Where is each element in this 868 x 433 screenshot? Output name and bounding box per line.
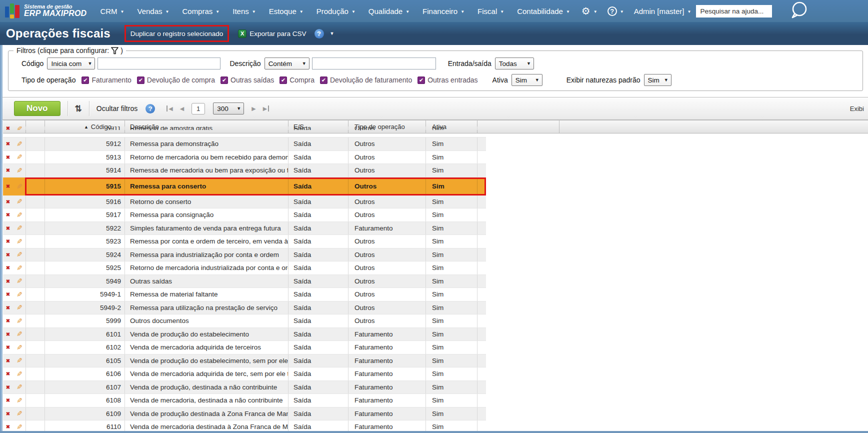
previous-page-button[interactable]: ◀ bbox=[180, 106, 184, 112]
filter-funnel-icon[interactable] bbox=[111, 47, 118, 54]
delete-row-button[interactable]: ✖ bbox=[3, 394, 13, 407]
topbar-menu[interactable]: CRM ▼ bbox=[100, 7, 124, 16]
table-row[interactable]: ✖ ✎ 5912 Remessa para demonstração Saída… bbox=[3, 138, 486, 151]
edit-row-button[interactable]: ✎ bbox=[13, 368, 26, 380]
help-icon[interactable]: ? bbox=[146, 104, 155, 114]
tipo-operacao-checkbox[interactable]: ✔ Outras saídas bbox=[220, 76, 274, 84]
topbar-menu[interactable]: Vendas ▼ bbox=[137, 7, 169, 16]
delete-row-button[interactable]: ✖ bbox=[3, 151, 13, 164]
brand-logo[interactable]: Sistema de gestão ERP MAXIPROD bbox=[0, 4, 94, 18]
page-size-select[interactable]: 300 ▼ bbox=[213, 102, 244, 114]
edit-row-button[interactable]: ✎ bbox=[13, 196, 26, 208]
topbar-menu[interactable]: Itens ▼ bbox=[232, 7, 256, 16]
delete-row-button[interactable]: ✖ bbox=[3, 126, 13, 130]
delete-row-button[interactable]: ✖ bbox=[3, 138, 13, 150]
table-row[interactable]: ✖ ✎ 5924 Remessa para industrialização p… bbox=[3, 248, 486, 262]
edit-row-button[interactable]: ✎ bbox=[13, 126, 26, 130]
tipo-operacao-checkbox[interactable]: ✔ Devolução de compra bbox=[137, 76, 215, 84]
delete-row-button[interactable]: ✖ bbox=[3, 208, 13, 222]
hide-filters-button[interactable]: Ocultar filtros bbox=[96, 104, 138, 112]
table-row[interactable]: ✖ ✎ 6105 Venda de produção do estabeleci… bbox=[3, 354, 486, 368]
table-row[interactable]: ✖ ✎ 6109 Venda de produção destinada à Z… bbox=[3, 408, 486, 421]
delete-row-button[interactable]: ✖ bbox=[3, 381, 13, 394]
table-row[interactable]: ✖ ✎ 6102 Venda de mercadoria adquirida d… bbox=[3, 341, 486, 354]
checkbox-checked-icon[interactable]: ✔ bbox=[320, 76, 328, 84]
edit-row-button[interactable]: ✎ bbox=[13, 235, 26, 248]
topbar-menu[interactable]: Fiscal ▼ bbox=[478, 7, 504, 16]
topbar-menu[interactable]: Contabilidade ▼ bbox=[517, 7, 570, 16]
edit-row-button[interactable]: ✎ bbox=[13, 302, 26, 314]
topbar-menu[interactable]: Financeiro ▼ bbox=[422, 7, 464, 16]
delete-row-button[interactable]: ✖ bbox=[3, 196, 13, 208]
tipo-operacao-checkbox[interactable]: ✔ Devolução de faturamento bbox=[320, 76, 412, 84]
filters-legend[interactable]: Filtros (clique para configurar: ) bbox=[14, 46, 126, 54]
duplicate-record-button[interactable]: Duplicar o registro selecionado bbox=[130, 30, 223, 38]
edit-row-button[interactable]: ✎ bbox=[13, 178, 26, 196]
descricao-operator-select[interactable]: Contém ▼ bbox=[264, 58, 310, 70]
table-row[interactable]: ✖ ✎ 5911 Remessa de amostra grátis Saída… bbox=[3, 134, 486, 138]
table-row[interactable]: ✖ ✎ 5949 Outras saídas Saída Outros Sim bbox=[3, 275, 486, 288]
delete-row-button[interactable]: ✖ bbox=[3, 275, 13, 288]
checkbox-checked-icon[interactable]: ✔ bbox=[137, 76, 144, 84]
edit-row-button[interactable]: ✎ bbox=[13, 222, 26, 235]
table-row[interactable]: ✖ ✎ 6101 Venda de produção do estabeleci… bbox=[3, 328, 486, 342]
delete-row-button[interactable]: ✖ bbox=[3, 222, 13, 235]
table-row[interactable]: ✖ ✎ 5949-2 Remessa para utilização na pr… bbox=[3, 302, 486, 315]
refresh-icon[interactable]: ⇅ bbox=[75, 104, 82, 114]
last-page-button[interactable]: ▶ bbox=[263, 106, 269, 112]
table-row[interactable]: ✖ ✎ 5922 Simples faturamento de venda pa… bbox=[3, 222, 486, 236]
checkbox-checked-icon[interactable]: ✔ bbox=[418, 76, 425, 84]
table-row[interactable]: ✖ ✎ 5915 Remessa para conserto Saída Out… bbox=[3, 178, 486, 196]
delete-row-button[interactable]: ✖ bbox=[3, 262, 13, 274]
chevron-down-icon[interactable]: ▼ bbox=[330, 31, 334, 36]
help-search-input[interactable] bbox=[696, 5, 772, 18]
delete-row-button[interactable]: ✖ bbox=[3, 248, 13, 262]
next-page-button[interactable]: ▶ bbox=[252, 106, 256, 112]
descricao-filter-input[interactable] bbox=[312, 58, 436, 70]
checkbox-checked-icon[interactable]: ✔ bbox=[280, 76, 287, 84]
delete-row-button[interactable]: ✖ bbox=[3, 235, 13, 248]
edit-row-button[interactable]: ✎ bbox=[13, 164, 26, 177]
edit-row-button[interactable]: ✎ bbox=[13, 354, 26, 368]
user-menu[interactable]: Admin [master] ▼ bbox=[634, 7, 692, 16]
delete-row-button[interactable]: ✖ bbox=[3, 368, 13, 380]
table-row[interactable]: ✖ ✎ 6108 Venda de mercadoria, destinada … bbox=[3, 394, 486, 408]
first-page-button[interactable]: ◀ bbox=[166, 106, 172, 112]
delete-row-button[interactable]: ✖ bbox=[3, 164, 13, 177]
edit-row-button[interactable]: ✎ bbox=[13, 138, 26, 150]
export-csv-button[interactable]: X Exportar para CSV bbox=[238, 30, 306, 38]
edit-row-button[interactable]: ✎ bbox=[13, 288, 26, 301]
edit-row-button[interactable]: ✎ bbox=[13, 341, 26, 354]
edit-row-button[interactable]: ✎ bbox=[13, 408, 26, 420]
delete-row-button[interactable]: ✖ bbox=[3, 178, 13, 196]
table-row[interactable]: ✖ ✎ 5916 Retorno de conserto Saída Outro… bbox=[3, 196, 486, 209]
table-row[interactable]: ✖ ✎ 5917 Remessa para consignação Saída … bbox=[3, 208, 486, 222]
tipo-operacao-checkbox[interactable]: ✔ Faturamento bbox=[82, 76, 131, 84]
delete-row-button[interactable]: ✖ bbox=[3, 314, 13, 328]
table-row[interactable]: ✖ ✎ 5913 Retorno de mercadoria ou bem re… bbox=[3, 151, 486, 164]
checkbox-checked-icon[interactable]: ✔ bbox=[220, 76, 228, 84]
tipo-operacao-checkbox[interactable]: ✔ Outras entradas bbox=[418, 76, 478, 84]
delete-row-button[interactable]: ✖ bbox=[3, 288, 13, 301]
table-row[interactable]: ✖ ✎ 5949-1 Remessa de material faltante … bbox=[3, 288, 486, 302]
chat-button[interactable] bbox=[789, 0, 809, 22]
edit-row-button[interactable]: ✎ bbox=[13, 208, 26, 222]
help-icon[interactable]: ? bbox=[314, 29, 324, 38]
edit-row-button[interactable]: ✎ bbox=[13, 151, 26, 164]
table-row[interactable]: ✖ ✎ 6107 Venda de produção, destinada a … bbox=[3, 381, 486, 394]
exibir-naturezas-select[interactable]: Sim ▼ bbox=[644, 74, 672, 86]
delete-row-button[interactable]: ✖ bbox=[3, 328, 13, 341]
topbar-menu[interactable]: Estoque ▼ bbox=[269, 7, 304, 16]
help-menu[interactable]: ? ▼ bbox=[608, 6, 624, 16]
checkbox-checked-icon[interactable]: ✔ bbox=[82, 76, 89, 84]
table-row[interactable]: ✖ ✎ 5914 Remessa de mercadoria ou bem pa… bbox=[3, 164, 486, 178]
edit-row-button[interactable]: ✎ bbox=[13, 248, 26, 262]
delete-row-button[interactable]: ✖ bbox=[3, 408, 13, 420]
ativa-select[interactable]: Sim ▼ bbox=[512, 74, 542, 86]
delete-row-button[interactable]: ✖ bbox=[3, 354, 13, 368]
codigo-filter-input[interactable] bbox=[98, 58, 220, 70]
page-number-box[interactable]: 1 bbox=[192, 103, 205, 114]
edit-row-button[interactable]: ✎ bbox=[13, 328, 26, 341]
edit-row-button[interactable]: ✎ bbox=[13, 275, 26, 288]
entrada-saida-select[interactable]: Todas ▼ bbox=[495, 58, 534, 70]
